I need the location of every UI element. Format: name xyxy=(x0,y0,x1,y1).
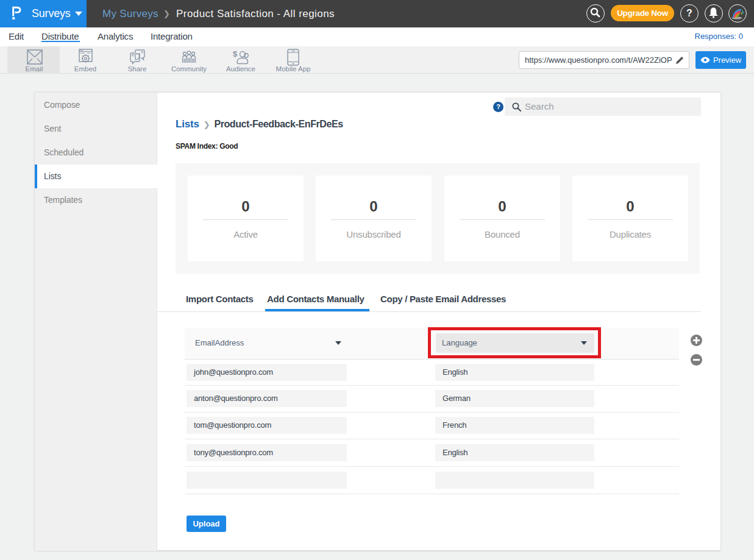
svg-text:$: $ xyxy=(233,49,238,58)
